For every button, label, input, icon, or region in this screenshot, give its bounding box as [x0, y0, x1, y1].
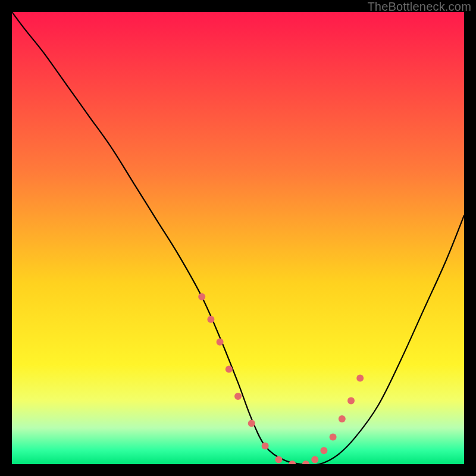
- sample-point: [234, 393, 242, 400]
- sample-point: [330, 433, 337, 440]
- sample-point: [356, 375, 364, 382]
- sample-point: [198, 293, 205, 300]
- sample-point: [217, 339, 224, 346]
- sample-point: [320, 447, 327, 454]
- sample-point: [275, 456, 282, 463]
- plot-area: [12, 12, 464, 464]
- sample-point: [207, 316, 214, 323]
- sample-point: [347, 397, 355, 405]
- sample-point: [262, 443, 269, 450]
- sample-point: [248, 420, 255, 427]
- chart-svg: [12, 12, 464, 464]
- sample-point: [339, 415, 346, 422]
- sample-point: [311, 456, 318, 463]
- sample-point: [226, 365, 233, 372]
- chart-frame: TheBottleneck.com: [0, 0, 476, 476]
